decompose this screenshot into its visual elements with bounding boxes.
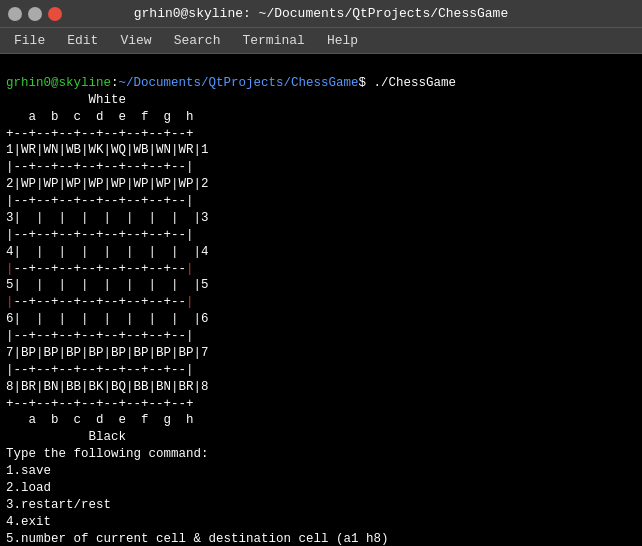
board-line: Black xyxy=(6,429,636,446)
menu-item-view[interactable]: View xyxy=(110,31,161,50)
board-line: a b c d e f g h xyxy=(6,109,636,126)
board-line: 2|WP|WP|WP|WP|WP|WP|WP|WP|2 xyxy=(6,176,636,193)
board-line: +--+--+--+--+--+--+--+--+ xyxy=(6,126,636,143)
board-line: |--+--+--+--+--+--+--+--| xyxy=(6,159,636,176)
board-line: |--+--+--+--+--+--+--+--| xyxy=(6,261,636,278)
board-line: 6| | | | | | | | |6 xyxy=(6,311,636,328)
menu-item-search[interactable]: Search xyxy=(164,31,231,50)
instruction-line: 3.restart/rest xyxy=(6,497,636,514)
maximize-button[interactable] xyxy=(28,7,42,21)
instruction-line: 1.save xyxy=(6,463,636,480)
minimize-button[interactable] xyxy=(8,7,22,21)
titlebar: grhin0@skyline: ~/Documents/QtProjects/C… xyxy=(0,0,642,28)
board-line: |--+--+--+--+--+--+--+--| xyxy=(6,328,636,345)
menu-item-file[interactable]: File xyxy=(4,31,55,50)
board-line: 5| | | | | | | | |5 xyxy=(6,277,636,294)
board-line: 7|BP|BP|BP|BP|BP|BP|BP|BP|7 xyxy=(6,345,636,362)
board-line: |--+--+--+--+--+--+--+--| xyxy=(6,294,636,311)
terminal[interactable]: grhin0@skyline:~/Documents/QtProjects/Ch… xyxy=(0,54,642,546)
menu-item-edit[interactable]: Edit xyxy=(57,31,108,50)
menu-item-help[interactable]: Help xyxy=(317,31,368,50)
instruction-line: 2.load xyxy=(6,480,636,497)
board-line: White xyxy=(6,92,636,109)
board-line: +--+--+--+--+--+--+--+--+ xyxy=(6,396,636,413)
board-line: 3| | | | | | | | |3 xyxy=(6,210,636,227)
board-line: 8|BR|BN|BB|BK|BQ|BB|BN|BR|8 xyxy=(6,379,636,396)
prompt-path: ~/Documents/QtProjects/ChessGame xyxy=(119,76,359,90)
terminal-command: ./ChessGame xyxy=(374,76,457,90)
board-line: 1|WR|WN|WB|WK|WQ|WB|WN|WR|1 xyxy=(6,142,636,159)
instruction-line: 4.exit xyxy=(6,514,636,531)
prompt-user: grhin0@skyline xyxy=(6,76,111,90)
board-line: 4| | | | | | | | |4 xyxy=(6,244,636,261)
close-button[interactable] xyxy=(48,7,62,21)
instruction-line: Type the following command: xyxy=(6,446,636,463)
menubar: FileEditViewSearchTerminalHelp xyxy=(0,28,642,54)
board-line: |--+--+--+--+--+--+--+--| xyxy=(6,227,636,244)
board-line: |--+--+--+--+--+--+--+--| xyxy=(6,362,636,379)
board-line: a b c d e f g h xyxy=(6,412,636,429)
prompt-line: grhin0@skyline:~/Documents/QtProjects/Ch… xyxy=(6,75,636,92)
window-title: grhin0@skyline: ~/Documents/QtProjects/C… xyxy=(134,6,508,21)
board-line: |--+--+--+--+--+--+--+--| xyxy=(6,193,636,210)
menu-item-terminal[interactable]: Terminal xyxy=(232,31,314,50)
instruction-line: 5.number of current cell & destination c… xyxy=(6,531,636,547)
